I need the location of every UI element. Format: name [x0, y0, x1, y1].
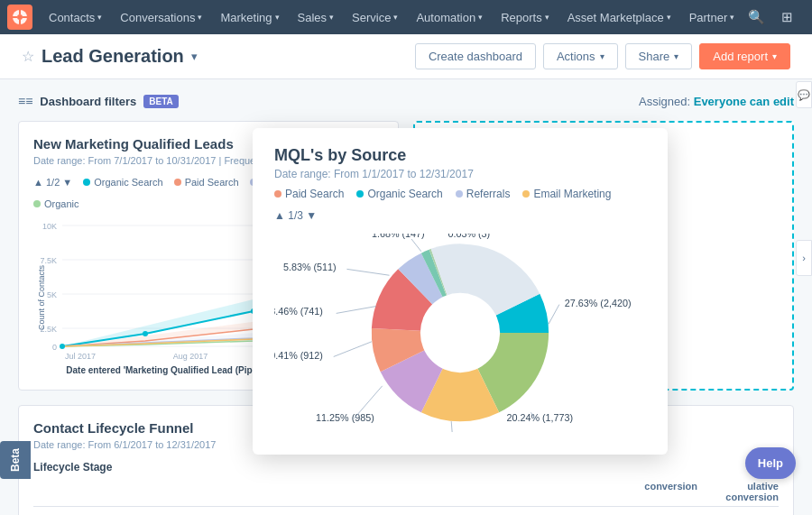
svg-text:7.5K: 7.5K [40, 256, 57, 265]
legend-organic-search: Organic Search [83, 177, 162, 188]
svg-text:11.25% (985): 11.25% (985) [316, 412, 374, 423]
svg-text:27.63% (2,420): 27.63% (2,420) [565, 298, 632, 308]
svg-text:Count of Contacts: Count of Contacts [37, 264, 46, 330]
legend-organic: Organic [33, 198, 79, 209]
svg-text:0: 0 [52, 343, 57, 352]
chat-icon[interactable]: 💬 [796, 81, 812, 108]
svg-text:5.83% (511): 5.83% (511) [283, 262, 337, 272]
popup-title: MQL's by Source [274, 146, 646, 165]
top-navigation: Contacts▾ Conversations▾ Marketing▾ Sale… [0, 0, 812, 34]
actions-button[interactable]: Actions ▾ [543, 43, 618, 69]
nav-sales[interactable]: Sales▾ [289, 0, 344, 34]
svg-text:5K: 5K [47, 290, 57, 299]
svg-line-42 [549, 305, 559, 325]
beta-badge: BETA [143, 95, 178, 108]
filters-right: Assigned: Everyone can edit [639, 95, 794, 108]
svg-line-44 [451, 421, 453, 432]
hubspot-logo[interactable] [7, 5, 32, 30]
svg-point-26 [143, 331, 148, 336]
assigned-label: Assigned: [639, 95, 690, 108]
svg-point-32 [420, 293, 500, 372]
svg-point-25 [60, 344, 65, 349]
nav-marketing[interactable]: Marketing▾ [211, 0, 288, 34]
share-button[interactable]: Share ▾ [625, 43, 693, 69]
search-icon[interactable]: 🔍 [743, 5, 769, 30]
nav-reports[interactable]: Reports▾ [492, 0, 558, 34]
pie-chart-container: 27.63% (2,420) 20.24% (1,773) 14.46% (1,… [274, 229, 646, 437]
nav-right-actions: 🔍 ⊞ ⚙ 🔔 [743, 5, 812, 30]
svg-text:10K: 10K [42, 222, 57, 231]
help-button[interactable]: Help [745, 447, 796, 479]
main-content: ≡≡ Dashboard filters BETA Assigned: Ever… [0, 79, 812, 515]
subheader: ☆ Lead Generation ▾ Create dashboard Act… [0, 34, 812, 79]
filters-row: ≡≡ Dashboard filters BETA Assigned: Ever… [18, 94, 794, 108]
subheader-actions: Create dashboard Actions ▾ Share ▾ Add r… [415, 43, 790, 69]
svg-text:20.24% (1,773): 20.24% (1,773) [506, 412, 573, 423]
title-dropdown-icon[interactable]: ▾ [191, 50, 198, 63]
pie-chart-svg: 27.63% (2,420) 20.24% (1,773) 14.46% (1,… [274, 234, 646, 432]
popup-legend: Paid Search Organic Search Referrals Ema… [274, 188, 646, 200]
nav-partner[interactable]: Partner▾ [680, 0, 744, 34]
svg-text:0.03% (3): 0.03% (3) [448, 234, 490, 239]
settings-icon[interactable]: ⚙ [805, 5, 812, 30]
legend-triangle-icon: ▲ 1/2 ▼ [33, 177, 72, 188]
popup-subtitle: Date range: From 1/1/2017 to 12/31/2017 [274, 168, 646, 180]
conversion-header: conversion [625, 481, 697, 502]
popup-counter: ▲ 1/3 ▼ [274, 209, 646, 222]
svg-text:1.68% (147): 1.68% (147) [372, 234, 425, 239]
popup-legend-paid-search: Paid Search [274, 188, 344, 200]
svg-text:8.46% (741): 8.46% (741) [274, 306, 323, 317]
mql-popup-card: MQL's by Source Date range: From 1/1/201… [253, 128, 668, 455]
stage-label: Lifecycle Stage [33, 461, 779, 474]
grid-icon[interactable]: ⊞ [774, 5, 799, 30]
svg-line-46 [334, 342, 372, 357]
svg-point-1 [17, 14, 23, 20]
nav-automation[interactable]: Automation▾ [407, 0, 492, 34]
svg-text:Jul 2017: Jul 2017 [65, 352, 96, 361]
popup-legend-email-marketing: Email Marketing [522, 188, 611, 200]
legend-paid-search: Paid Search [174, 177, 239, 188]
nav-service[interactable]: Service▾ [343, 0, 407, 34]
right-collapse-button[interactable]: › [796, 240, 812, 276]
add-report-button[interactable]: Add report ▾ [699, 43, 790, 69]
assigned-value[interactable]: Everyone can edit [694, 95, 794, 108]
svg-text:Aug 2017: Aug 2017 [173, 352, 208, 361]
popup-legend-referrals: Referrals [456, 188, 511, 200]
funnel-row-lead: Lead 118,570 3.36% 3.36% [33, 510, 779, 515]
funnel-table-header: conversion ulative conversion [33, 481, 779, 507]
nav-asset-marketplace[interactable]: Asset Marketplace▾ [558, 0, 680, 34]
filter-icon: ≡≡ [18, 94, 32, 108]
svg-line-49 [411, 239, 421, 252]
svg-line-48 [346, 269, 389, 275]
page-title-area: ☆ Lead Generation ▾ [22, 46, 415, 67]
beta-button[interactable]: Beta [0, 441, 31, 479]
nav-conversations[interactable]: Conversations▾ [111, 0, 211, 34]
nav-items: Contacts▾ Conversations▾ Marketing▾ Sale… [40, 0, 743, 34]
favorite-star-icon[interactable]: ☆ [22, 48, 34, 65]
create-dashboard-button[interactable]: Create dashboard [415, 43, 536, 69]
popup-legend-organic-search: Organic Search [356, 188, 442, 200]
svg-line-47 [337, 307, 376, 314]
filters-label: Dashboard filters [40, 95, 136, 108]
filters-left: ≡≡ Dashboard filters BETA [18, 94, 179, 108]
page-title: Lead Generation [42, 46, 184, 67]
cumulative-header: ulative conversion [697, 481, 779, 502]
nav-contacts[interactable]: Contacts▾ [40, 0, 111, 34]
svg-text:10.41% (912): 10.41% (912) [274, 350, 323, 361]
